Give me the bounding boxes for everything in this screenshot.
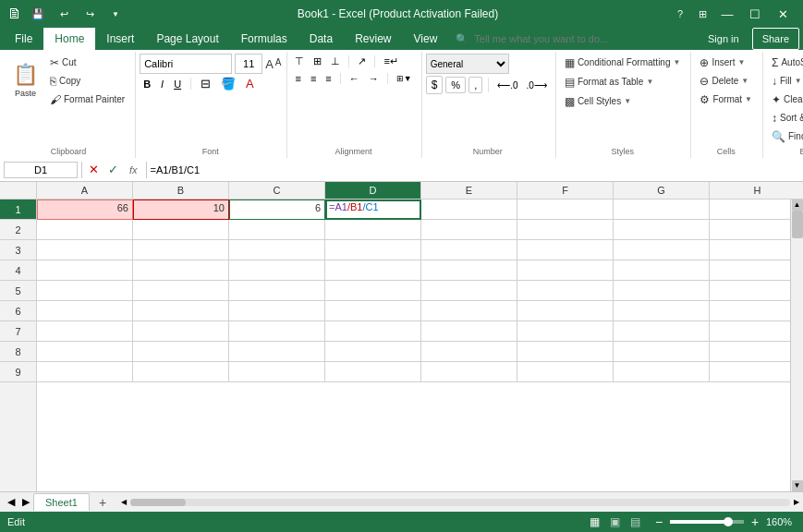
cell-h9[interactable] [710, 362, 790, 382]
cell-d8[interactable] [325, 342, 421, 362]
cell-b5[interactable] [133, 281, 229, 301]
cell-g4[interactable] [614, 260, 710, 281]
minimize-button[interactable]: — [714, 4, 740, 24]
scroll-track-v[interactable] [792, 211, 803, 480]
right-align-button[interactable]: ≡ [322, 71, 335, 86]
save-qat-button[interactable]: 💾 [28, 4, 48, 24]
cell-f8[interactable] [517, 342, 614, 362]
copy-button[interactable]: ⎘ Copy [45, 72, 129, 90]
borders-button[interactable]: ⊟ [197, 76, 214, 91]
ribbon-display-button[interactable]: ⊞ [692, 4, 712, 24]
cell-d3[interactable] [325, 240, 421, 260]
cell-g5[interactable] [614, 281, 710, 301]
cell-g9[interactable] [614, 362, 710, 382]
cell-c6[interactable] [229, 301, 325, 321]
cell-a1[interactable]: 66 [37, 200, 133, 220]
tab-review[interactable]: Review [344, 28, 402, 50]
cell-c5[interactable] [229, 281, 325, 301]
sheet-tab-sheet1[interactable]: Sheet1 [33, 493, 90, 511]
scroll-up-button[interactable]: ▲ [792, 200, 803, 211]
cell-c8[interactable] [229, 342, 325, 362]
cell-b3[interactable] [133, 240, 229, 260]
help-button[interactable]: ? [670, 4, 690, 24]
cell-h7[interactable] [710, 321, 790, 342]
font-name-input[interactable] [140, 54, 232, 74]
cell-a9[interactable] [37, 362, 133, 382]
cell-a3[interactable] [37, 240, 133, 260]
cell-f7[interactable] [517, 321, 614, 342]
decrease-decimal-button[interactable]: .0⟶ [524, 79, 550, 92]
zoom-slider-thumb[interactable] [724, 517, 733, 526]
zoom-out-button[interactable]: − [651, 514, 666, 529]
row-header-9[interactable]: 9 [0, 362, 36, 382]
ribbon-search-input[interactable] [468, 33, 635, 44]
tab-view[interactable]: View [403, 28, 449, 50]
cell-b4[interactable] [133, 260, 229, 281]
cell-reference-box[interactable] [4, 162, 78, 178]
cell-g2[interactable] [614, 220, 710, 240]
accounting-button[interactable]: $ [426, 76, 444, 94]
cell-c4[interactable] [229, 260, 325, 281]
close-button[interactable]: ✕ [770, 4, 796, 24]
cell-e6[interactable] [421, 301, 517, 321]
tab-insert[interactable]: Insert [95, 28, 145, 50]
cell-a8[interactable] [37, 342, 133, 362]
row-header-7[interactable]: 7 [0, 321, 36, 342]
cell-b8[interactable] [133, 342, 229, 362]
cell-d5[interactable] [325, 281, 421, 301]
middle-align-button[interactable]: ⊞ [310, 54, 325, 69]
paste-button[interactable]: 📋 Paste [7, 54, 43, 107]
cell-e4[interactable] [421, 260, 517, 281]
cell-f9[interactable] [517, 362, 614, 382]
zoom-level[interactable]: 160% [766, 516, 796, 527]
cell-g1[interactable] [614, 200, 710, 220]
col-header-f[interactable]: F [517, 182, 614, 199]
comma-button[interactable]: , [468, 77, 482, 93]
cell-f1[interactable] [517, 200, 614, 220]
zoom-slider[interactable] [670, 520, 744, 524]
cell-b2[interactable] [133, 220, 229, 240]
tab-home[interactable]: Home [43, 28, 95, 50]
tab-file[interactable]: File [4, 28, 43, 50]
wrap-text-button[interactable]: ≡↵ [380, 54, 401, 69]
horizontal-scrollbar[interactable]: ◀ ▶ [117, 498, 803, 506]
cell-b9[interactable] [133, 362, 229, 382]
cell-c7[interactable] [229, 321, 325, 342]
cell-h4[interactable] [710, 260, 790, 281]
add-sheet-button[interactable]: + [91, 492, 114, 513]
row-header-1[interactable]: 1 [0, 200, 36, 220]
undo-qat-button[interactable]: ↩ [54, 4, 74, 24]
cell-e9[interactable] [421, 362, 517, 382]
cell-f3[interactable] [517, 240, 614, 260]
cell-b6[interactable] [133, 301, 229, 321]
page-layout-view-button[interactable]: ▣ [605, 514, 624, 529]
cell-f6[interactable] [517, 301, 614, 321]
row-header-2[interactable]: 2 [0, 220, 36, 240]
hscroll-thumb[interactable] [130, 499, 186, 506]
redo-qat-button[interactable]: ↪ [79, 4, 100, 24]
fill-button[interactable]: ↓ Fill ▼ [767, 72, 803, 90]
row-header-4[interactable]: 4 [0, 260, 36, 281]
hscroll-track[interactable] [130, 499, 790, 506]
cell-g3[interactable] [614, 240, 710, 260]
share-button[interactable]: Share [752, 28, 799, 50]
row-header-3[interactable]: 3 [0, 240, 36, 260]
cell-a5[interactable] [37, 281, 133, 301]
top-align-button[interactable]: ⊤ [291, 54, 308, 69]
page-break-view-button[interactable]: ▤ [626, 514, 644, 529]
cell-h5[interactable] [710, 281, 790, 301]
cell-b1[interactable]: 10 [133, 200, 229, 220]
cell-c9[interactable] [229, 362, 325, 382]
cut-button[interactable]: ✂ Cut [45, 54, 129, 71]
fill-color-button[interactable]: 🪣 [217, 76, 239, 91]
format-as-table-button[interactable]: ▤ Format as Table ▼ [560, 73, 658, 91]
col-header-e[interactable]: E [421, 182, 517, 199]
cell-g7[interactable] [614, 321, 710, 342]
zoom-in-button[interactable]: + [748, 514, 762, 529]
col-header-h[interactable]: H [710, 182, 803, 199]
bold-button[interactable]: B [140, 78, 154, 91]
cell-e1[interactable] [421, 200, 517, 220]
qat-more-button[interactable]: ▼ [105, 4, 126, 24]
cell-c3[interactable] [229, 240, 325, 260]
row-header-8[interactable]: 8 [0, 342, 36, 362]
